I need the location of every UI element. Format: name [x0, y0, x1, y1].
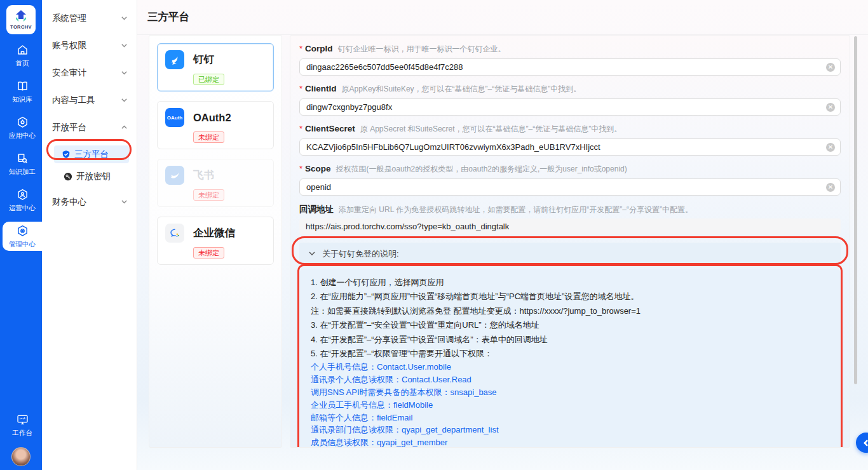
chevron-down-icon [308, 248, 316, 260]
rail-item-label: 工作台 [12, 429, 32, 438]
chevron-down-icon [121, 14, 128, 24]
sidebar-item-label: 开放密钥 [76, 171, 111, 182]
rail-item-label: 知识加工 [9, 168, 36, 177]
platform-card-dingtalk[interactable]: 钉钉 已绑定 [157, 43, 274, 91]
note-line: 3. 在“开发配置”–“安全设置”中设置“重定向URL”：您的域名地址 [311, 318, 829, 332]
field-clientid: * ClientId 原AppKey和SuiteKey，您可以在“基础信息”–“… [299, 84, 841, 116]
note-line: 4. 在“开发配置”–“分享设置”中设置“回调域名”：表单中的回调地址 [311, 333, 829, 347]
sidebar-item-label: 三方平台 [74, 149, 109, 160]
clear-icon[interactable]: ✕ [826, 103, 835, 112]
field-callback-url: 回调地址 添加重定向 URL 作为免登授权码跳转地址，如需要配置，请前往钉钉应用… [299, 204, 841, 234]
gear-icon [16, 224, 29, 238]
status-badge: 未绑定 [193, 189, 224, 201]
rail-item-label: 运营中心 [9, 204, 36, 213]
chevron-down-icon [121, 69, 128, 78]
clear-icon[interactable]: ✕ [826, 183, 835, 192]
sidebar-item-security-audit[interactable]: 安全审计 [42, 64, 137, 83]
chevron-down-icon [121, 41, 128, 51]
permission-line: 通讯录部门信息读权限：qyapi_get_department_list [311, 424, 829, 436]
brand-logo[interactable]: TORCHV [6, 5, 36, 34]
permission-line: 企业员工手机号信息：fieldMobile [311, 399, 829, 412]
field-description: 授权范围(一般是oauth2的授权类型，由oauth2的服务端定义,一般为use… [336, 164, 627, 175]
app-root: TORCHV 首页 知识库 应用中心 知识加工 运营中心 管理中心 [0, 0, 868, 470]
note-line: 2. 在“应用能力”–“网页应用”中设置“移动端首页地址”与“PC端首页地址”设… [311, 290, 829, 304]
app-center-icon [16, 116, 29, 129]
field-scope: * Scope 授权范围(一般是oauth2的授权类型，由oauth2的服务端定… [299, 164, 841, 196]
rail-item-app-center[interactable]: 应用中心 [3, 113, 42, 142]
clientsecret-input[interactable] [299, 138, 841, 156]
scope-input[interactable] [299, 178, 841, 196]
permission-line: 通讯录个人信息读权限：Contact.User.Read [311, 373, 829, 386]
vertical-scrollbar[interactable] [854, 36, 857, 384]
sidebar-item-content-tools[interactable]: 内容与工具 [42, 91, 137, 110]
field-description: 原 AppSecret 和SuiteSecret，您可以在“基础信息”–“凭证与… [360, 124, 621, 135]
primary-sidebar: TORCHV 首页 知识库 应用中心 知识加工 运营中心 管理中心 [0, 0, 42, 470]
wecom-icon [165, 224, 184, 243]
dingtalk-icon [165, 50, 184, 69]
required-asterisk: * [299, 164, 302, 173]
page-title: 三方平台 [147, 10, 189, 24]
clear-icon[interactable]: ✕ [826, 63, 835, 72]
field-description: 钉钉企业唯一标识，用于唯一标识一个钉钉企业。 [338, 44, 506, 55]
rail-item-workbench[interactable]: 工作台 [3, 410, 42, 440]
user-avatar[interactable] [11, 447, 31, 466]
field-label: Scope [305, 164, 331, 173]
main-content: 三方平台 钉钉 已绑定 OAuth OAuth2 未绑定 [137, 0, 868, 470]
field-label: ClientSecret [305, 124, 355, 133]
status-badge: 未绑定 [193, 247, 224, 258]
required-asterisk: * [299, 84, 302, 93]
status-badge: 已绑定 [193, 74, 224, 85]
platform-card-oauth2[interactable]: OAuth OAuth2 未绑定 [157, 101, 274, 149]
sidebar-item-accounts[interactable]: 账号权限 [42, 36, 137, 55]
sidebar-item-label: 开放平台 [52, 122, 86, 133]
permission-line: 调用SNS API时需要具备的基本权限：snsapi_base [311, 386, 829, 399]
clear-icon[interactable]: ✕ [826, 143, 835, 152]
required-asterisk: * [299, 124, 302, 133]
permission-line: 成员信息读权限：qyapi_get_member [311, 436, 829, 448]
chevron-down-icon [121, 96, 128, 105]
rail-item-admin-center[interactable]: 管理中心 [3, 222, 42, 251]
dingtalk-sso-notes-panel: 1. 创建一个钉钉应用，选择网页应用 2. 在“应用能力”–“网页应用”中设置“… [299, 269, 841, 448]
rail-item-knowledge-processing[interactable]: 知识加工 [3, 149, 42, 178]
sidebar-item-open-platform[interactable]: 开放平台 [42, 118, 137, 137]
rail-item-knowledge-base[interactable]: 知识库 [3, 77, 42, 106]
sidebar-item-label: 安全审计 [52, 67, 86, 79]
sidebar-item-open-keys[interactable]: 开放密钥 [42, 168, 137, 185]
platform-card-wecom[interactable]: 企业微信 未绑定 [157, 217, 274, 265]
corpid-input[interactable] [299, 58, 841, 76]
sidebar-item-finance[interactable]: 财务中心 [42, 192, 137, 211]
home-icon [16, 43, 29, 57]
field-clientsecret: * ClientSecret 原 AppSecret 和SuiteSecret，… [299, 124, 841, 156]
permission-line: 邮箱等个人信息：fieldEmail [311, 412, 829, 424]
secondary-sidebar: 系统管理 账号权限 安全审计 内容与工具 开放平台 三方平台 [42, 0, 137, 470]
sidebar-item-label: 账号权限 [52, 40, 86, 51]
platform-name: 钉钉 [193, 53, 214, 67]
field-description: 添加重定向 URL 作为免登授权码跳转地址，如需要配置，请前往钉钉应用“开发配置… [339, 205, 693, 215]
sidebar-item-system[interactable]: 系统管理 [42, 9, 137, 28]
key-icon [64, 172, 72, 181]
rail-item-label: 知识库 [12, 95, 32, 104]
chevron-up-icon [121, 123, 128, 133]
platform-config-form: * CorpId 钉钉企业唯一标识，用于唯一标识一个钉钉企业。 ✕ * Clie… [290, 35, 850, 448]
clientid-input[interactable] [299, 98, 841, 116]
callback-url-value: https://ais.prod.torchv.com/sso?type=kb_… [299, 218, 841, 234]
book-icon [16, 79, 29, 93]
rail-item-home[interactable]: 首页 [3, 41, 42, 70]
platform-name: OAuth2 [193, 112, 231, 124]
platform-name: 飞书 [193, 168, 214, 182]
sidebar-item-label: 财务中心 [52, 196, 86, 208]
dingtalk-sso-notes-collapse[interactable]: 关于钉钉免登的说明: [299, 243, 841, 265]
book-search-icon [16, 152, 29, 165]
status-badge: 未绑定 [193, 131, 224, 143]
sidebar-item-third-party-platform[interactable]: 三方平台 [54, 145, 129, 163]
workbench-icon [16, 413, 29, 426]
field-description: 原AppKey和SuiteKey，您可以在“基础信息”–“凭证与基础信息”中找到… [342, 84, 581, 95]
platform-card-feishu: 飞书 未绑定 [157, 159, 274, 207]
rail-item-label: 管理中心 [9, 240, 36, 249]
note-line: 注：如需要直接跳转到默认浏览器免登 配置地址变更成：https://xxxx/?… [311, 304, 829, 318]
rail-item-operations-center[interactable]: 运营中心 [3, 185, 42, 215]
required-asterisk: * [299, 44, 302, 53]
field-corpid: * CorpId 钉钉企业唯一标识，用于唯一标识一个钉钉企业。 ✕ [299, 44, 841, 76]
permission-line: 个人手机号信息：Contact.User.mobile [311, 361, 829, 373]
brand-name: TORCHV [10, 24, 32, 30]
